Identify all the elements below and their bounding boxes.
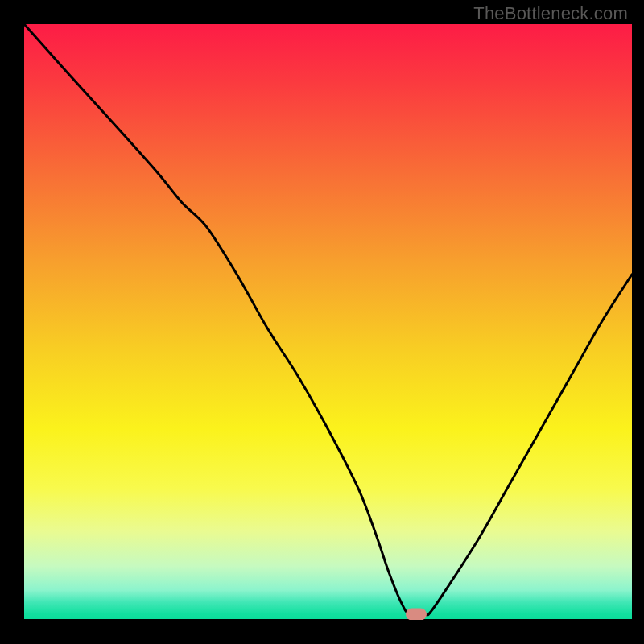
bottleneck-curve	[24, 24, 632, 620]
bottleneck-path	[24, 24, 632, 617]
minimum-marker	[406, 609, 427, 620]
plot-area	[24, 24, 632, 620]
chart-frame: TheBottleneck.com	[0, 0, 644, 644]
watermark-text: TheBottleneck.com	[473, 3, 628, 24]
